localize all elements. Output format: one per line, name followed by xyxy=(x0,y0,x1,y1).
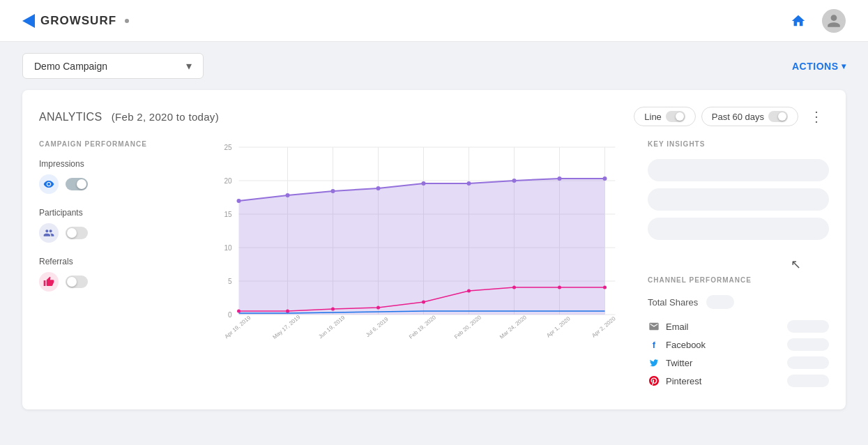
chart-dot xyxy=(237,199,241,203)
pinterest-icon xyxy=(648,375,660,387)
participants-toggle[interactable] xyxy=(66,227,88,239)
svg-text:Feb 19, 2020: Feb 19, 2020 xyxy=(408,314,437,340)
actions-button[interactable]: ACTIONS ▾ xyxy=(792,61,846,72)
analytics-title: ANALYTICS (Feb 2, 2020 to today) xyxy=(39,110,219,124)
svg-text:0: 0 xyxy=(228,311,232,319)
email-icon xyxy=(648,320,660,333)
chart-area: 25 20 15 10 5 0 xyxy=(195,140,631,393)
eye-icon xyxy=(43,179,54,190)
total-shares-row: Total Shares xyxy=(648,295,829,309)
facebook-icon: f xyxy=(648,338,660,351)
chart-type-button[interactable]: Line xyxy=(634,107,696,126)
impressions-controls xyxy=(39,174,178,194)
chart-dot xyxy=(558,176,562,181)
date-range-label: Past 60 days xyxy=(712,112,764,122)
impressions-toggle[interactable] xyxy=(66,178,88,190)
insight-placeholder-2 xyxy=(648,188,829,211)
home-button[interactable] xyxy=(786,8,811,33)
participants-controls xyxy=(39,223,178,243)
impressions-label: Impressions xyxy=(39,159,178,169)
thumbsup-icon xyxy=(43,276,54,287)
more-options-button[interactable]: ⋮ xyxy=(804,107,829,126)
svg-text:Apr 2, 2020: Apr 2, 2020 xyxy=(591,315,617,339)
chart-dot xyxy=(376,186,381,190)
metric-impressions: Impressions xyxy=(39,159,178,194)
twitter-bar xyxy=(787,356,829,369)
svg-text:25: 25 xyxy=(224,144,232,151)
email-bar xyxy=(787,320,829,333)
analytics-title-word: ANALYTICS xyxy=(39,111,102,123)
email-label: Email xyxy=(666,322,782,332)
toolbar: Demo Campaign ▾ ACTIONS ▾ xyxy=(0,42,868,90)
date-range-button[interactable]: Past 60 days xyxy=(701,107,798,126)
total-shares-bar xyxy=(706,295,734,309)
channel-email: Email xyxy=(648,320,829,333)
svg-text:15: 15 xyxy=(224,211,232,218)
main-card: ANALYTICS (Feb 2, 2020 to today) Line Pa… xyxy=(22,90,846,409)
facebook-label: Facebook xyxy=(666,340,782,350)
chart-dot xyxy=(331,189,335,193)
pinterest-label: Pinterest xyxy=(666,376,782,386)
chart-dot xyxy=(376,306,380,310)
campaign-select-label: Demo Campaign xyxy=(34,61,107,72)
svg-text:May 17, 2019: May 17, 2019 xyxy=(271,314,301,340)
analytics-date-range: (Feb 2, 2020 to today) xyxy=(112,111,219,123)
chart-dot xyxy=(603,176,607,181)
chart-dot xyxy=(512,179,517,183)
participants-icon xyxy=(39,223,59,243)
chart-controls: Line Past 60 days ⋮ xyxy=(634,107,829,126)
date-range-toggle[interactable] xyxy=(768,111,788,122)
svg-text:Jul 6, 2019: Jul 6, 2019 xyxy=(365,316,390,338)
chart-dot xyxy=(237,310,241,313)
chart-dot xyxy=(331,308,335,311)
insight-placeholder-1 xyxy=(648,159,829,181)
analytics-title-text: ANALYTICS (Feb 2, 2020 to today) xyxy=(39,110,219,123)
total-shares-label: Total Shares xyxy=(648,297,698,308)
facebook-bar xyxy=(787,338,829,351)
channel-performance-section: CHANNEL PERFORMANCE Total Shares Email xyxy=(648,276,829,387)
referrals-label: Referrals xyxy=(39,257,178,266)
svg-text:10: 10 xyxy=(224,244,232,252)
channel-pinterest: Pinterest xyxy=(648,375,829,387)
campaign-performance-label: CAMPAIGN PERFORMANCE xyxy=(39,140,178,148)
referrals-icon xyxy=(39,272,59,292)
analytics-chart: 25 20 15 10 5 0 xyxy=(195,140,631,342)
user-avatar[interactable] xyxy=(822,9,846,33)
chart-type-label: Line xyxy=(644,112,662,122)
group-icon xyxy=(43,227,54,239)
insight-placeholder-3 xyxy=(648,218,829,240)
key-insights-section: KEY INSIGHTS xyxy=(648,140,829,240)
twitter-icon xyxy=(648,356,660,369)
channel-performance-label: CHANNEL PERFORMANCE xyxy=(648,276,829,284)
home-icon xyxy=(791,13,806,29)
chart-dot xyxy=(512,286,516,289)
referrals-controls xyxy=(39,272,178,292)
chevron-down-icon: ▾ xyxy=(186,59,192,73)
campaign-select[interactable]: Demo Campaign ▾ xyxy=(22,53,204,79)
cursor-pointer-icon: ↖ xyxy=(791,257,801,272)
key-insights-label: KEY INSIGHTS xyxy=(648,140,829,148)
actions-caret: ▾ xyxy=(842,61,846,71)
chart-dot xyxy=(286,193,290,197)
avatar-icon xyxy=(826,13,842,29)
logo: GROWSURF xyxy=(22,14,129,28)
pinterest-bar xyxy=(787,375,829,387)
logo-text: GROWSURF xyxy=(40,14,116,28)
referrals-toggle[interactable] xyxy=(66,276,88,288)
chart-type-toggle[interactable] xyxy=(666,111,685,122)
analytics-header: ANALYTICS (Feb 2, 2020 to today) Line Pa… xyxy=(39,107,829,126)
participants-label: Participants xyxy=(39,208,178,218)
logo-dot xyxy=(125,19,129,23)
chart-dot xyxy=(467,289,471,293)
right-panel: KEY INSIGHTS ↖ CHANNEL PERFORMANCE Total… xyxy=(648,140,829,393)
svg-text:Feb 20, 2020: Feb 20, 2020 xyxy=(453,314,482,340)
actions-label: ACTIONS xyxy=(792,61,839,72)
header-icons xyxy=(786,8,846,33)
svg-text:5: 5 xyxy=(228,278,232,285)
twitter-label: Twitter xyxy=(666,358,782,368)
chart-dot xyxy=(558,286,561,289)
metric-referrals: Referrals xyxy=(39,257,178,292)
impressions-area xyxy=(239,179,605,315)
chart-dot xyxy=(286,310,289,313)
metric-participants: Participants xyxy=(39,208,178,243)
